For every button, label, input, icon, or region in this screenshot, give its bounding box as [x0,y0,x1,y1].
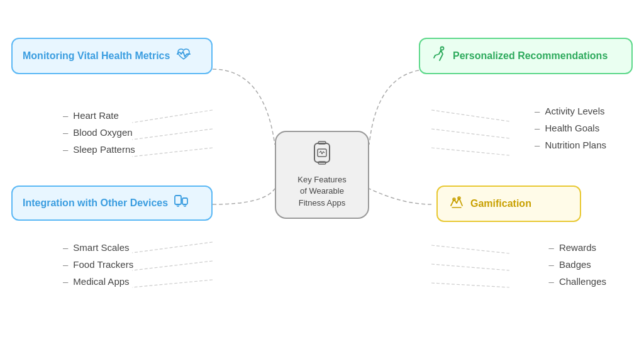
svg-line-18 [322,152,323,154]
box-integration-label: Integration with Other Devices [23,197,168,210]
svg-rect-20 [175,196,181,204]
box-personalized-label: Personalized Recommendations [453,50,608,63]
svg-line-2 [132,148,213,157]
sub-item-nutrition-plans: Nutrition Plans [535,140,606,150]
sub-item-rewards: Rewards [549,242,597,253]
svg-point-24 [184,205,186,207]
svg-line-1 [132,129,213,140]
box-integration: Integration with Other Devices [11,186,213,221]
center-icon [309,140,335,170]
svg-line-5 [132,280,213,287]
sub-item-badges: Badges [549,259,591,270]
svg-point-25 [441,47,444,50]
sub-item-medical-apps: Medical Apps [63,276,133,287]
svg-line-9 [431,245,509,253]
svg-line-4 [132,261,213,270]
mind-map-diagram: Key Featuresof WearableFitness Apps Moni… [0,0,644,349]
sub-item-blood-oxygen: Blood Oxygen [63,127,135,138]
sub-item-heart-rate: Heart Rate [63,110,135,121]
svg-line-0 [132,110,213,123]
running-icon [430,45,448,67]
sub-item-sleep-patterns: Sleep Patterns [63,144,135,155]
svg-line-10 [431,264,509,270]
box-gamification: Gamification [436,186,581,222]
svg-line-17 [321,151,322,154]
heart-monitor-icon [175,45,192,67]
sub-item-food-trackers: Food Trackers [63,259,133,270]
sub-gamification-items: Rewards Badges Challenges [549,242,606,287]
svg-line-6 [431,110,509,121]
sub-monitoring-vital-items: Heart Rate Blood Oxygen Sleep Patterns [63,110,135,155]
svg-rect-12 [314,143,330,162]
svg-line-11 [431,283,509,287]
sub-integration-items: Smart Scales Food Trackers Medical Apps [63,242,133,287]
svg-line-3 [132,242,213,253]
sub-item-smart-scales: Smart Scales [63,242,133,253]
svg-line-8 [431,148,509,155]
integration-icon [173,193,189,213]
svg-line-19 [323,152,325,153]
sub-personalized-items: Activity Levels Health Goals Nutrition P… [535,106,606,150]
box-monitoring-vital: Monitoring Vital Health Metrics [11,38,213,74]
sub-item-challenges: Challenges [549,276,606,287]
svg-rect-21 [182,198,187,204]
center-label: Key Featuresof WearableFitness Apps [297,174,346,209]
box-personalized: Personalized Recommendations [419,38,633,74]
center-node: Key Featuresof WearableFitness Apps [275,131,369,219]
gamification-icon [448,193,465,214]
sub-item-health-goals: Health Goals [535,123,599,133]
box-gamification-label: Gamification [470,197,531,211]
sub-item-activity-levels: Activity Levels [535,106,604,116]
box-monitoring-vital-label: Monitoring Vital Health Metrics [23,50,170,63]
svg-rect-15 [318,149,326,157]
svg-line-7 [431,129,509,138]
svg-point-23 [177,205,179,207]
